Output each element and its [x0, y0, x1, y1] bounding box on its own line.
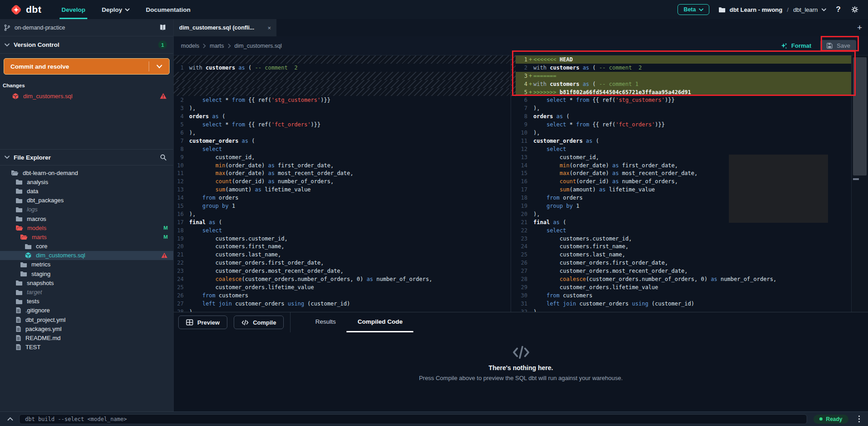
code-line-right-28[interactable]: 28 coalesce(customer_orders.number_of_or…: [511, 275, 851, 283]
beta-dropdown[interactable]: Beta: [677, 4, 709, 15]
code-line-right-24[interactable]: 24 customers.first_name,: [511, 242, 851, 251]
code-line-left-23[interactable]: 23 customer_orders.most_recent_order_dat…: [174, 267, 511, 275]
tree-item-test[interactable]: TEST: [0, 343, 173, 352]
tree-item-staging[interactable]: staging: [0, 269, 173, 278]
format-button[interactable]: Format: [780, 42, 811, 50]
code-line-left-22[interactable]: 22 customer_orders.first_order_date,: [174, 259, 511, 267]
tree-item-marts[interactable]: martsM: [0, 232, 173, 241]
tree-item-gitignore[interactable]: .gitignore: [0, 306, 173, 315]
tree-item-dbt-learn-on-demand[interactable]: dbt-learn-on-demand: [0, 168, 173, 177]
code-line-left-13[interactable]: 13 sum(amount) as lifetime_value: [174, 185, 511, 194]
commit-dropdown-chevron[interactable]: [149, 65, 169, 69]
changed-file-dim-customers[interactable]: dim_customers.sql: [0, 90, 173, 102]
code-line-left-19[interactable]: 19 customers.customer_id,: [174, 235, 511, 243]
code-line-right-32[interactable]: 32 ): [511, 308, 851, 312]
tree-item-packages-yml[interactable]: packages.yml: [0, 324, 173, 333]
tree-item-logs[interactable]: logs: [0, 205, 173, 214]
code-line-left-27[interactable]: 27 left join customer_orders using (cust…: [174, 300, 511, 308]
code-line-left-18[interactable]: 18 select: [174, 226, 511, 235]
code-line-left-25[interactable]: 25 customer_orders.lifetime_value: [174, 283, 511, 291]
tree-item-target[interactable]: target: [0, 287, 173, 296]
code-line-right-26[interactable]: 26 customer_orders.first_order_date,: [511, 259, 851, 267]
code-line-right-30[interactable]: 30 from customers: [511, 291, 851, 300]
nav-tab-documentation[interactable]: Documentation: [138, 0, 199, 19]
code-line-left-7[interactable]: 7customer_orders as (: [174, 137, 511, 145]
code-line-right-31[interactable]: 31 left join customer_orders using (cust…: [511, 300, 851, 308]
code-line-right-9[interactable]: 9 select * from {{ ref('fct_orders')}}: [511, 120, 851, 129]
code-line-left-9[interactable]: 9 customer_id,: [174, 153, 511, 161]
code-line-left-24[interactable]: 24 coalesce(customer_orders.number_of_or…: [174, 275, 511, 283]
tree-item-dbt-packages[interactable]: dbt_packages: [0, 196, 173, 205]
code-line-right-7[interactable]: 7 ),: [511, 104, 851, 112]
scrollbar-thumb[interactable]: [853, 57, 867, 175]
code-line-left-3[interactable]: 3),: [174, 104, 511, 112]
tree-item-tests[interactable]: tests: [0, 297, 173, 306]
search-icon[interactable]: [160, 154, 167, 161]
tree-item-core[interactable]: core: [0, 242, 173, 251]
code-line-right-10[interactable]: 10 ),: [511, 129, 851, 137]
code-line-left-4[interactable]: 4orders as (: [174, 112, 511, 120]
file-explorer-section-header[interactable]: File Explorer: [0, 149, 173, 165]
code-line-right-2[interactable]: 2 with customers as ( -- comment 2: [511, 64, 851, 72]
kebab-menu-icon[interactable]: [856, 414, 863, 425]
code-line-right-25[interactable]: 25 customers.last_name,: [511, 251, 851, 259]
nav-tab-deploy[interactable]: Deploy: [94, 0, 138, 19]
code-line-right-29[interactable]: 29 customer_orders.lifetime_value: [511, 283, 851, 291]
code-line-right-23[interactable]: 23 customers.customer_id,: [511, 235, 851, 243]
compile-button[interactable]: Compile: [234, 316, 284, 329]
git-branch-selector[interactable]: on-demand-practice: [0, 19, 173, 36]
code-line-right-8[interactable]: 8 orders as (: [511, 112, 851, 120]
code-line-left-12[interactable]: 12 count(order_id) as number_of_orders,: [174, 177, 511, 185]
code-line-left-17[interactable]: 17final as (: [174, 218, 511, 226]
code-line-left-11[interactable]: 11 max(order_date) as most_recent_order_…: [174, 169, 511, 177]
tree-item-metrics[interactable]: metrics: [0, 260, 173, 269]
code-line-right-22[interactable]: 22 select: [511, 226, 851, 235]
docs-book-icon[interactable]: [159, 24, 167, 31]
code-line-right-3[interactable]: 3+=======: [511, 72, 851, 80]
editor-pane-local[interactable]: 1with customers as ( -- comment 22 selec…: [174, 55, 511, 312]
tree-item-analysis[interactable]: analysis: [0, 177, 173, 186]
tree-item-readme-md[interactable]: README.md: [0, 333, 173, 342]
help-icon[interactable]: ?: [835, 5, 842, 14]
expand-panel-chevron-icon[interactable]: [5, 417, 15, 421]
code-line-left-1[interactable]: 1with customers as ( -- comment 2: [174, 64, 511, 72]
code-line-left-2[interactable]: 2 select * from {{ ref('stg_customers')}…: [174, 96, 511, 104]
code-line-right-27[interactable]: 27 customer_orders.most_recent_order_dat…: [511, 267, 851, 275]
code-line-left-14[interactable]: 14 from orders: [174, 194, 511, 202]
code-line-left-28[interactable]: 28): [174, 308, 511, 312]
settings-gear-icon[interactable]: [851, 5, 859, 14]
code-line-right-1[interactable]: 1+<<<<<<< HEAD: [511, 55, 851, 64]
tree-item-macros[interactable]: macros: [0, 214, 173, 223]
tab-results[interactable]: Results: [304, 312, 346, 332]
tree-item-snapshots[interactable]: snapshots: [0, 278, 173, 287]
dbt-logo[interactable]: dbt: [0, 0, 53, 19]
breadcrumb-item-models[interactable]: models: [181, 43, 199, 49]
save-button[interactable]: Save: [820, 40, 856, 52]
code-line-right-11[interactable]: 11 customer_orders as (: [511, 137, 851, 145]
breadcrumb-item-marts[interactable]: marts: [210, 43, 224, 49]
preview-button[interactable]: Preview: [178, 316, 227, 329]
code-line-right-4[interactable]: 4+with customers as ( -- comment 1: [511, 80, 851, 88]
code-line-right-12[interactable]: 12 select: [511, 145, 851, 153]
tree-item-dim-customers-sql[interactable]: dim_customers.sql: [0, 251, 173, 260]
breadcrumb-item-dim-customers-sql[interactable]: dim_customers.sql: [235, 43, 282, 49]
code-line-left-21[interactable]: 21 customers.last_name,: [174, 251, 511, 259]
code-line-left-8[interactable]: 8 select: [174, 145, 511, 153]
commit-and-resolve-button[interactable]: Commit and resolve: [4, 58, 170, 75]
tree-item-data[interactable]: data: [0, 186, 173, 195]
code-line-left-15[interactable]: 15 group by 1: [174, 202, 511, 210]
code-line-right-5[interactable]: 5+>>>>>>> b81f802a66fd544504c65721e3ffaa…: [511, 88, 851, 96]
project-switcher[interactable]: dbt Learn - mwong / dbt_learn: [718, 6, 826, 13]
editor-tab-dim-customers[interactable]: dim_customers.sql (confli... ×: [174, 19, 276, 36]
version-control-section-header[interactable]: Version Control 1: [0, 36, 173, 54]
new-tab-button[interactable]: +: [851, 19, 868, 36]
command-input[interactable]: dbt build --select <model_name>: [19, 414, 807, 424]
code-line-left-16[interactable]: 16),: [174, 210, 511, 218]
tree-item-dbt-project-yml[interactable]: dbt_project.yml: [0, 315, 173, 324]
code-line-left-26[interactable]: 26 from customers: [174, 291, 511, 300]
code-line-left-5[interactable]: 5 select * from {{ ref('fct_orders')}}: [174, 120, 511, 129]
tree-item-models[interactable]: modelsM: [0, 223, 173, 232]
code-line-left-10[interactable]: 10 min(order_date) as first_order_date,: [174, 161, 511, 170]
nav-tab-develop[interactable]: Develop: [53, 0, 94, 19]
code-line-left-20[interactable]: 20 customers.first_name,: [174, 242, 511, 251]
